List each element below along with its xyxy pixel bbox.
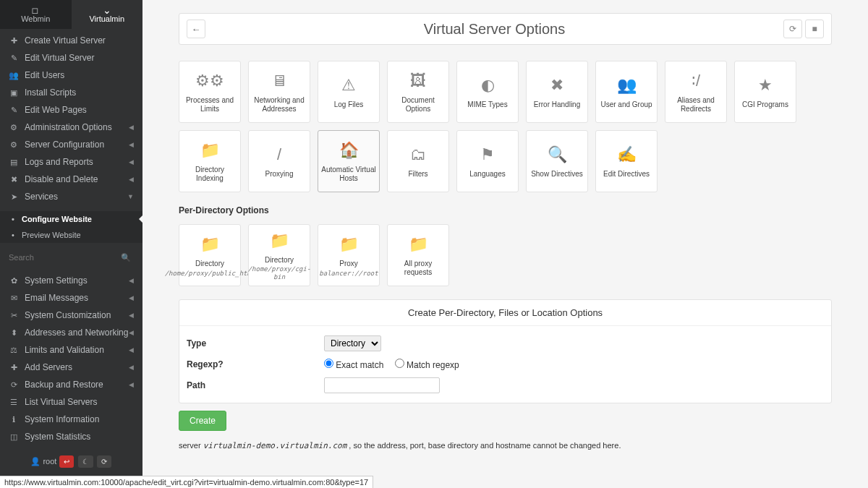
sidebar-subitem[interactable]: Configure Website <box>0 211 142 227</box>
chevron-icon: ◀ <box>129 141 134 148</box>
path-input[interactable] <box>324 377 440 393</box>
user-name: root <box>43 457 56 466</box>
nav-icon: ✿ <box>9 276 19 286</box>
tile-icon: / <box>277 144 281 166</box>
refresh-button[interactable]: ⟳ <box>97 455 111 468</box>
sidebar-item[interactable]: ⚙Server Configuration◀ <box>0 136 142 153</box>
sidebar-item[interactable]: ▣Install Scripts <box>0 84 142 101</box>
stop-button[interactable]: ■ <box>805 20 824 38</box>
user-icon: 👤 <box>30 457 41 466</box>
tile-icon: ∶/ <box>692 70 700 92</box>
sidebar-item[interactable]: ✎Edit Virtual Server <box>0 49 142 67</box>
hint-text: server virtualmin-demo.virtualmin.com , … <box>179 441 832 450</box>
option-tile[interactable]: 📁Directory/home/proxy/cgi-bin <box>248 224 310 286</box>
tile-icon: 👥 <box>617 74 637 96</box>
type-select[interactable]: Directory <box>324 335 381 351</box>
sidebar-item[interactable]: ✎Edit Web Pages <box>0 101 142 119</box>
option-tile[interactable]: 📁Directory Indexing <box>179 130 241 192</box>
back-button[interactable]: ← <box>187 20 205 38</box>
sidebar-item[interactable]: ☰List Virtual Servers <box>0 393 142 411</box>
nav-icon: ℹ <box>9 415 19 424</box>
tile-icon: 📁 <box>270 230 289 252</box>
option-tile[interactable]: 🗂Filters <box>387 130 449 192</box>
tile-label: Proxying <box>265 170 294 179</box>
sidebar-subitem[interactable]: Preview Website <box>0 227 142 243</box>
chevron-icon: ◀ <box>129 124 134 131</box>
sidebar-item[interactable]: ✉Email Messages◀ <box>0 289 142 307</box>
sidebar-item[interactable]: ⟳Backup and Restore◀ <box>0 376 142 393</box>
nav-icon: ▣ <box>9 88 19 98</box>
chevron-icon: ◀ <box>129 346 134 354</box>
sidebar-item[interactable]: ➤Services▼ <box>0 188 142 205</box>
tile-icon: ◐ <box>481 74 495 96</box>
tile-label: Directory <box>265 256 294 265</box>
option-tile[interactable]: 👥User and Group <box>595 61 658 123</box>
sidebar-item[interactable]: ⬍Addresses and Networking◀ <box>0 324 142 341</box>
nav-label: System Statistics <box>25 432 90 442</box>
sidebar-item[interactable]: ℹSystem Information <box>0 411 142 428</box>
chevron-icon: ◀ <box>129 294 134 301</box>
tile-label: Error Handling <box>534 100 580 110</box>
side-tabs: ◇ Webmin ⌄ Virtualmin <box>0 0 142 29</box>
logout-button[interactable]: ↩ <box>59 455 74 468</box>
sidebar-item[interactable]: ✂System Customization◀ <box>0 307 142 324</box>
nav-label: Edit Web Pages <box>25 105 87 115</box>
option-tile[interactable]: /Proxying <box>248 130 310 192</box>
sidebar-item[interactable]: ⚖Limits and Validation◀ <box>0 341 142 359</box>
tile-label: Show Directives <box>531 170 583 179</box>
virtualmin-tab[interactable]: ⌄ Virtualmin <box>72 0 143 29</box>
sidebar-item[interactable]: ◫System Statistics <box>0 428 142 445</box>
option-tile[interactable]: ⚑Languages <box>456 130 519 192</box>
option-tile[interactable]: 📁Directory/home/proxy/public_html <box>179 224 241 286</box>
virtualmin-label: Virtualmin <box>89 14 124 23</box>
type-label: Type <box>187 338 324 348</box>
chevron-icon: ◀ <box>129 312 134 319</box>
tile-label: MIME Types <box>467 100 507 110</box>
tile-icon: ✖ <box>550 74 563 96</box>
nav-label: Create Virtual Server <box>25 35 106 46</box>
nav-icon: ⚙ <box>9 140 19 150</box>
option-tile[interactable]: ⚙⚙Processes and Limits <box>179 61 241 123</box>
search-icon[interactable]: 🔍 <box>121 253 131 262</box>
perdir-heading: Per-Directory Options <box>179 205 832 215</box>
create-button[interactable]: Create <box>179 411 226 431</box>
sidebar-item[interactable]: ⚙Administration Options◀ <box>0 119 142 136</box>
sidebar-item[interactable]: ✚Create Virtual Server <box>0 32 142 49</box>
option-tile[interactable]: ⚠Log Files <box>318 61 380 123</box>
regexp-radio[interactable] <box>395 359 404 368</box>
option-tile[interactable]: ✖Error Handling <box>526 61 588 123</box>
nav-label: System Information <box>25 414 99 424</box>
reload-button[interactable]: ⟳ <box>783 20 802 38</box>
option-tile[interactable]: 🏠Automatic Virtual Hosts <box>318 130 380 192</box>
nav-icon: 👥 <box>9 71 19 80</box>
main: ← Virtual Server Options ⟳ ■ ⚙⚙Processes… <box>142 0 868 488</box>
sidebar-item[interactable]: ▤Logs and Reports◀ <box>0 153 142 171</box>
sidebar-item[interactable]: ✚Add Servers◀ <box>0 359 142 376</box>
chevron-icon: ▼ <box>127 193 134 200</box>
webmin-tab[interactable]: ◇ Webmin <box>0 0 72 29</box>
sidebar-item[interactable]: ✖Disable and Delete◀ <box>0 171 142 188</box>
sidebar-item[interactable]: 👥Edit Users <box>0 67 142 84</box>
option-tile[interactable]: 🖼Document Options <box>387 61 449 123</box>
option-tile[interactable]: ◐MIME Types <box>456 61 519 123</box>
search-input[interactable] <box>9 250 134 265</box>
option-tile[interactable]: ★CGI Programs <box>734 61 796 123</box>
option-tile[interactable]: 🖥Networking and Addresses <box>248 61 310 123</box>
tile-icon: 📁 <box>200 234 220 255</box>
option-tile[interactable]: ✍Edit Directives <box>595 130 658 192</box>
chevron-icon: ◀ <box>129 176 134 183</box>
sidebar-item[interactable]: ✿System Settings◀ <box>0 272 142 289</box>
chevron-icon: ◀ <box>129 329 134 336</box>
tile-label: Log Files <box>334 100 364 110</box>
option-tile[interactable]: ∶/Aliases and Redirects <box>665 61 727 123</box>
nav-label: List Virtual Servers <box>25 397 97 407</box>
chevron-icon: ◀ <box>129 277 134 284</box>
chevron-down-icon: ⌄ <box>103 7 111 14</box>
option-tile[interactable]: 📁All proxy requests <box>387 224 449 286</box>
night-button[interactable]: ☾ <box>78 455 93 468</box>
tile-label: Processes and Limits <box>182 96 237 114</box>
option-tile[interactable]: 📁Proxybalancer://root <box>318 224 380 286</box>
chevron-icon: ◀ <box>129 381 134 388</box>
option-tile[interactable]: 🔍Show Directives <box>526 130 588 192</box>
exact-radio[interactable] <box>324 359 333 368</box>
